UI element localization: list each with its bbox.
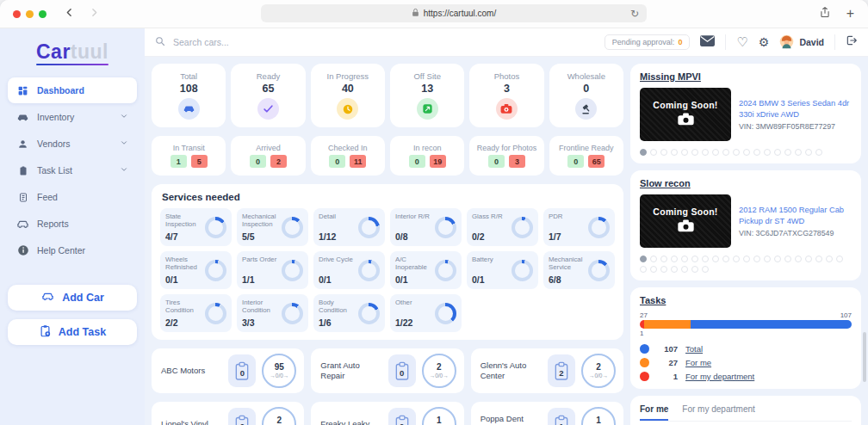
carousel-dot[interactable] bbox=[660, 256, 667, 262]
carousel-dot[interactable] bbox=[650, 256, 657, 262]
carousel-dot[interactable] bbox=[702, 149, 709, 156]
service-tile-ac-inoperable[interactable]: A/C Inoperable0/1 bbox=[390, 251, 462, 289]
slow-recon-title[interactable]: Slow recon bbox=[640, 178, 852, 188]
carousel-dots[interactable] bbox=[640, 256, 852, 273]
tab-for-me[interactable]: For me bbox=[640, 404, 668, 421]
tasks-title[interactable]: Tasks bbox=[640, 295, 852, 305]
carousel-dot[interactable] bbox=[702, 266, 709, 273]
carousel-dot[interactable] bbox=[722, 149, 729, 156]
service-tile-other[interactable]: Other1/22 bbox=[390, 294, 462, 332]
close-window-button[interactable] bbox=[13, 10, 21, 18]
carousel-dot[interactable] bbox=[753, 149, 760, 156]
service-tile-body-condition[interactable]: Body Condition1/6 bbox=[313, 294, 385, 332]
carousel-dot[interactable] bbox=[671, 266, 678, 273]
carousel-dot[interactable] bbox=[640, 256, 647, 262]
vendor-card-grant-auto-repair[interactable]: Grant Auto Repair 0 2→0/0→ bbox=[311, 348, 463, 393]
vendor-card-glenns-auto-center[interactable]: Glenn's Auto Center 2 2→0/0→ bbox=[471, 348, 623, 393]
carousel-dot[interactable] bbox=[671, 149, 678, 156]
carousel-dot[interactable] bbox=[784, 256, 791, 262]
carousel-dot[interactable] bbox=[640, 266, 647, 273]
carousel-dot[interactable] bbox=[795, 149, 802, 156]
carousel-dot[interactable] bbox=[671, 256, 678, 262]
carousel-dot[interactable] bbox=[702, 256, 709, 262]
carousel-dot[interactable] bbox=[733, 256, 740, 262]
refresh-icon[interactable]: ↻ bbox=[630, 8, 639, 20]
add-car-button[interactable]: Add Car bbox=[8, 285, 137, 311]
legend-link-for-me[interactable]: For me bbox=[685, 358, 711, 367]
carousel-dot[interactable] bbox=[805, 256, 812, 262]
carousel-dot[interactable] bbox=[712, 256, 719, 262]
carousel-dot[interactable] bbox=[784, 149, 791, 156]
carousel-dot[interactable] bbox=[650, 149, 657, 156]
carousel-dot[interactable] bbox=[733, 149, 740, 156]
status-card-in-transit[interactable]: In Transit 15 bbox=[152, 136, 226, 176]
carousel-dot[interactable] bbox=[660, 266, 667, 273]
sidebar-item-vendors[interactable]: Vendors bbox=[8, 131, 137, 157]
service-tile-wheels-refinished[interactable]: Wheels Refinished0/1 bbox=[160, 251, 232, 289]
vehicle-link[interactable]: 2012 RAM 1500 Regular Cab Pickup dr ST 4… bbox=[739, 205, 852, 226]
sidebar-item-task-list[interactable]: Task List bbox=[8, 157, 137, 183]
pending-approval-badge[interactable]: Pending approval: 0 bbox=[604, 34, 691, 50]
mail-icon[interactable] bbox=[700, 34, 715, 50]
carousel-dot[interactable] bbox=[836, 256, 843, 262]
heart-icon[interactable]: ♡ bbox=[736, 36, 747, 49]
sidebar-item-help-center[interactable]: Help Center bbox=[8, 237, 137, 263]
legend-link-for-my-department[interactable]: For my department bbox=[685, 372, 754, 381]
carousel-dot[interactable] bbox=[650, 266, 657, 273]
minimize-window-button[interactable] bbox=[26, 10, 34, 18]
cartuul-logo[interactable]: Cartuul bbox=[36, 40, 108, 65]
service-tile-detail[interactable]: Detail1/12 bbox=[313, 208, 385, 246]
vendor-card-poppa-dent-repair[interactable]: Poppa Dent Repair 1 1→0/0→ bbox=[471, 402, 623, 425]
sidebar-item-dashboard[interactable]: Dashboard bbox=[8, 77, 137, 103]
stat-card-ready[interactable]: Ready 65 bbox=[231, 64, 305, 127]
carousel-dot[interactable] bbox=[640, 149, 647, 156]
carousel-dot[interactable] bbox=[691, 149, 698, 156]
vendor-card-abc-motors[interactable]: ABC Motors 0 95→0/0→ bbox=[152, 348, 304, 393]
vendor-card-freaky-leaky[interactable]: Freaky Leaky 0 1→0/0→ bbox=[311, 402, 463, 425]
tab-for-my-department[interactable]: For my department bbox=[682, 404, 754, 421]
carousel-dot[interactable] bbox=[795, 256, 802, 262]
carousel-dot[interactable] bbox=[712, 149, 719, 156]
carousel-dot[interactable] bbox=[815, 256, 822, 262]
carousel-dot[interactable] bbox=[774, 256, 781, 262]
maximize-window-button[interactable] bbox=[39, 10, 46, 18]
logout-icon[interactable] bbox=[846, 34, 858, 50]
missing-mpvi-title[interactable]: Missing MPVI bbox=[640, 71, 852, 82]
carousel-dot[interactable] bbox=[660, 149, 667, 156]
status-card-arrived[interactable]: Arrived 02 bbox=[231, 136, 305, 176]
share-icon[interactable] bbox=[819, 6, 831, 22]
page-scrollbar[interactable] bbox=[863, 332, 866, 382]
status-card-frontline-ready[interactable]: Frontline Ready 065 bbox=[549, 136, 623, 176]
carousel-dot[interactable] bbox=[681, 149, 688, 156]
carousel-dot[interactable] bbox=[681, 266, 688, 273]
sidebar-item-inventory[interactable]: Inventory bbox=[8, 104, 137, 130]
search-input[interactable] bbox=[171, 36, 450, 48]
sidebar-item-reports[interactable]: Reports bbox=[8, 211, 137, 237]
vehicle-link[interactable]: 2024 BMW 3 Series Sedan 4dr 330i xDrive … bbox=[739, 98, 852, 120]
carousel-dot[interactable] bbox=[691, 256, 698, 262]
carousel-dot[interactable] bbox=[774, 149, 781, 156]
stat-card-photos[interactable]: Photos 3 bbox=[469, 64, 543, 127]
legend-link-total[interactable]: Total bbox=[685, 344, 703, 354]
carousel-dot[interactable] bbox=[764, 256, 771, 262]
carousel-dot[interactable] bbox=[764, 149, 771, 156]
back-button[interactable] bbox=[64, 6, 75, 22]
status-card-ready-for-photos[interactable]: Ready for Photos 03 bbox=[469, 136, 543, 176]
carousel-dot[interactable] bbox=[826, 256, 833, 262]
carousel-dot[interactable] bbox=[743, 149, 750, 156]
service-tile-tires-condition[interactable]: Tires Condition2/2 bbox=[160, 294, 232, 332]
carousel-dots[interactable] bbox=[640, 149, 852, 156]
service-tile-interior-condition[interactable]: Interior Condition3/3 bbox=[237, 294, 308, 332]
service-tile-interior-rr[interactable]: Interior R/R0/8 bbox=[390, 208, 462, 246]
vendor-card-lionels-vinyl[interactable]: Lionel's Vinyl 0 2→0/0→ bbox=[152, 402, 304, 425]
carousel-dot[interactable] bbox=[805, 149, 812, 156]
carousel-dot[interactable] bbox=[691, 266, 698, 273]
status-card-checked-in[interactable]: Checked In 011 bbox=[311, 136, 385, 176]
service-tile-mechanical-service[interactable]: Mechanical Service6/8 bbox=[543, 251, 615, 289]
forward-button[interactable] bbox=[89, 6, 100, 22]
service-tile-pdr[interactable]: PDR1/7 bbox=[543, 208, 615, 246]
service-tile-mechanical-inspection[interactable]: Mechanical Inspection5/5 bbox=[237, 208, 308, 246]
service-tile-drive-cycle[interactable]: Drive Cycle0/1 bbox=[313, 251, 385, 289]
service-tile-parts-order[interactable]: Parts Order1/1 bbox=[237, 251, 308, 289]
carousel-dot[interactable] bbox=[815, 149, 822, 156]
